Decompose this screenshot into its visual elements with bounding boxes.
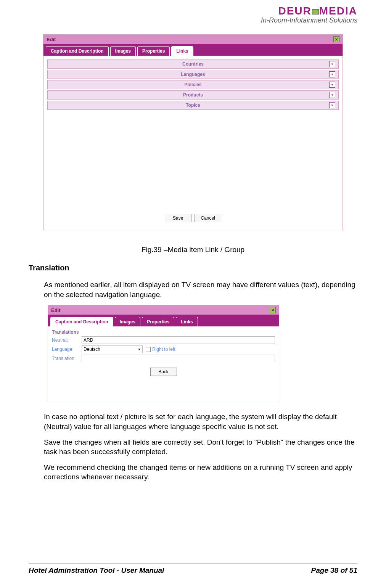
window-title-text: Edit [47, 37, 56, 42]
tab-caption-description[interactable]: Caption and Description [50, 317, 113, 326]
tab-properties[interactable]: Properties [142, 317, 174, 326]
chevron-down-icon[interactable]: ▼ [329, 102, 335, 108]
chevron-down-icon[interactable]: ▼ [329, 71, 335, 77]
cancel-button[interactable]: Cancel [195, 214, 221, 222]
edit-window-links: Edit ✕ Caption and Description Images Pr… [43, 34, 343, 230]
link-row-topics: Topics ▼ [47, 101, 339, 110]
translation-label: Translation [52, 356, 79, 361]
paragraph-3: Save the changes when all fields are cor… [44, 437, 357, 457]
chevron-down-icon: ▼ [138, 348, 141, 351]
language-select-value: Deutsch [84, 347, 100, 352]
section-heading-translation: Translation [29, 263, 357, 272]
footer-right: Page 38 of 51 [311, 566, 357, 575]
link-label: Topics [186, 103, 200, 108]
chevron-down-icon[interactable]: ▼ [329, 92, 335, 98]
window-titlebar: Edit ✕ [48, 305, 279, 315]
link-row-products: Products ▼ [47, 90, 339, 100]
translations-form: Translations Neutral: ARD Language: Deut… [48, 326, 279, 402]
edit-window-caption: Edit ✕ Caption and Description Images Pr… [48, 305, 279, 402]
tab-links[interactable]: Links [171, 46, 193, 56]
translation-row: Translation [52, 355, 275, 362]
link-label: Products [183, 92, 203, 98]
link-label: Languages [181, 72, 205, 77]
tab-links[interactable]: Links [176, 317, 198, 326]
language-row: Language: Deutsch ▼ Right to left [52, 345, 275, 353]
close-icon[interactable]: ✕ [270, 307, 276, 313]
button-row: Back [52, 364, 275, 380]
paragraph-intro: As mentioned earlier, all item displayed… [44, 280, 357, 299]
paragraph-2: In case no optional text / picture is se… [44, 412, 357, 431]
neutral-label: Neutral: [52, 337, 79, 343]
link-label: Countries [182, 61, 204, 67]
language-select[interactable]: Deutsch ▼ [82, 345, 143, 353]
window-titlebar: Edit ✕ [43, 35, 343, 44]
rtl-checkbox[interactable] [146, 347, 151, 352]
link-row-policies: Policies ▼ [47, 80, 339, 89]
chevron-down-icon[interactable]: ▼ [329, 82, 335, 88]
tagline: In-Room-Infotainment Solutions [261, 16, 357, 24]
page-footer: Hotel Adminstration Tool - User Manual P… [29, 564, 357, 575]
rtl-wrap: Right to left [146, 347, 175, 352]
rtl-label: Right to left [152, 347, 175, 352]
logo: DEURMEDIA [261, 6, 357, 16]
neutral-row: Neutral: ARD [52, 336, 275, 344]
chevron-down-icon[interactable]: ▼ [329, 61, 335, 67]
paragraph-4: We recommend checking the changed items … [44, 463, 357, 482]
logo-box-icon [312, 9, 319, 14]
footer-left: Hotel Adminstration Tool - User Manual [29, 566, 164, 575]
language-label: Language: [52, 347, 79, 352]
links-panel: Countries ▼ Languages ▼ Policies ▼ Produ… [43, 56, 343, 230]
window-title-text: Edit [51, 307, 61, 313]
tab-images[interactable]: Images [115, 317, 140, 326]
link-row-countries: Countries ▼ [47, 59, 339, 69]
button-row: Save Cancel [47, 210, 339, 226]
page-header: DEURMEDIA In-Room-Infotainment Solutions [261, 6, 357, 24]
link-row-languages: Languages ▼ [47, 70, 339, 79]
tab-images[interactable]: Images [110, 46, 136, 56]
neutral-field[interactable]: ARD [82, 336, 275, 344]
save-button[interactable]: Save [165, 214, 191, 222]
back-button[interactable]: Back [150, 368, 177, 376]
tabs-bar: Caption and Description Images Propertie… [48, 315, 279, 326]
figure-caption: Fig.39 –Media item Link / Group [29, 246, 357, 254]
translation-field[interactable] [82, 355, 275, 362]
tab-caption-description[interactable]: Caption and Description [46, 46, 109, 56]
link-label: Policies [184, 82, 201, 87]
close-icon[interactable]: ✕ [333, 36, 339, 42]
translations-section-label: Translations [52, 329, 275, 335]
tab-properties[interactable]: Properties [137, 46, 170, 56]
tabs-bar: Caption and Description Images Propertie… [43, 44, 343, 56]
